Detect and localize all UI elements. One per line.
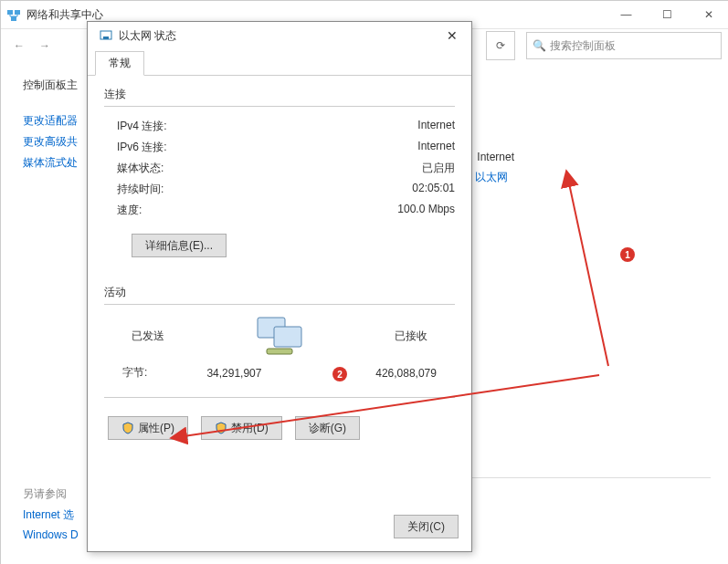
- control-panel-window: 网络和共享中心 — ☐ ✕ ← → ⌄ ⟳ 🔍 搜索控制面板 控制面板主 更改适…: [0, 0, 728, 564]
- bytes-label: 字节:: [122, 365, 168, 381]
- svg-rect-1: [15, 10, 20, 15]
- ipv4-value: Internet: [417, 119, 455, 134]
- disable-button-label: 禁用(D): [231, 421, 269, 436]
- tab-strip: 常规: [88, 49, 471, 76]
- svg-rect-0: [7, 10, 13, 15]
- bytes-sent-value: 34,291,907: [206, 367, 261, 380]
- dialog-titlebar: 以太网 状态 ✕: [88, 22, 471, 49]
- divider: [104, 304, 455, 305]
- media-state-label: 媒体状态:: [117, 161, 164, 176]
- svg-rect-6: [103, 37, 109, 39]
- disable-button[interactable]: 禁用(D): [201, 416, 282, 440]
- close-button[interactable]: 关闭(C): [394, 515, 459, 538]
- search-icon: 🔍: [533, 39, 546, 52]
- bytes-received-value: 426,088,079: [375, 367, 437, 380]
- shield-icon: [121, 422, 134, 434]
- close-button[interactable]: ✕: [688, 1, 728, 28]
- speed-value: 100.0 Mbps: [397, 203, 455, 218]
- properties-button-label: 属性(P): [138, 421, 174, 436]
- ethernet-link[interactable]: 以太网: [475, 170, 508, 185]
- dialog-body: 连接 IPv4 连接:Internet IPv6 连接:Internet 媒体状…: [88, 76, 471, 451]
- divider: [104, 106, 455, 107]
- annotation-badge-2: 2: [332, 367, 347, 381]
- svg-rect-8: [274, 327, 301, 347]
- access-type-value: Internet: [477, 151, 514, 163]
- details-button[interactable]: 详细信息(E)...: [132, 234, 227, 257]
- shield-icon: [215, 422, 227, 434]
- dialog-close-button[interactable]: ✕: [438, 25, 466, 47]
- ipv4-label: IPv4 连接:: [117, 119, 167, 134]
- back-button[interactable]: ←: [8, 35, 30, 57]
- duration-label: 持续时间:: [117, 182, 164, 197]
- minimize-button[interactable]: —: [606, 1, 647, 28]
- media-state-value: 已启用: [422, 161, 455, 176]
- ethernet-icon: [99, 28, 113, 43]
- group-activity: 活动: [104, 285, 455, 300]
- group-connection: 连接: [104, 87, 455, 102]
- diagnose-button[interactable]: 诊断(G): [295, 416, 360, 440]
- sent-label: 已发送: [132, 329, 164, 344]
- forward-button[interactable]: →: [34, 35, 56, 57]
- properties-button[interactable]: 属性(P): [108, 416, 188, 440]
- ipv6-value: Internet: [417, 140, 455, 155]
- diagnose-button-label: 诊断(G): [309, 421, 346, 436]
- search-input[interactable]: 🔍 搜索控制面板: [526, 32, 722, 59]
- refresh-button[interactable]: ⟳: [486, 31, 515, 60]
- activity-monitor-icon: [250, 314, 309, 358]
- duration-value: 02:05:01: [412, 182, 455, 197]
- dialog-title: 以太网 状态: [119, 28, 438, 44]
- annotation-badge-1: 1: [620, 247, 635, 262]
- search-placeholder: 搜索控制面板: [550, 38, 616, 54]
- ipv6-label: IPv6 连接:: [117, 140, 167, 155]
- divider: [104, 397, 455, 398]
- maximize-button[interactable]: ☐: [647, 1, 688, 28]
- received-label: 已接收: [395, 329, 427, 344]
- svg-rect-2: [11, 16, 16, 21]
- tab-general[interactable]: 常规: [95, 51, 144, 76]
- window-title: 网络和共享中心: [26, 7, 606, 23]
- svg-rect-9: [267, 349, 292, 354]
- speed-label: 速度:: [117, 203, 142, 218]
- network-center-icon: [6, 7, 21, 22]
- ethernet-status-dialog: 以太网 状态 ✕ 常规 连接 IPv4 连接:Internet IPv6 连接:…: [87, 21, 472, 552]
